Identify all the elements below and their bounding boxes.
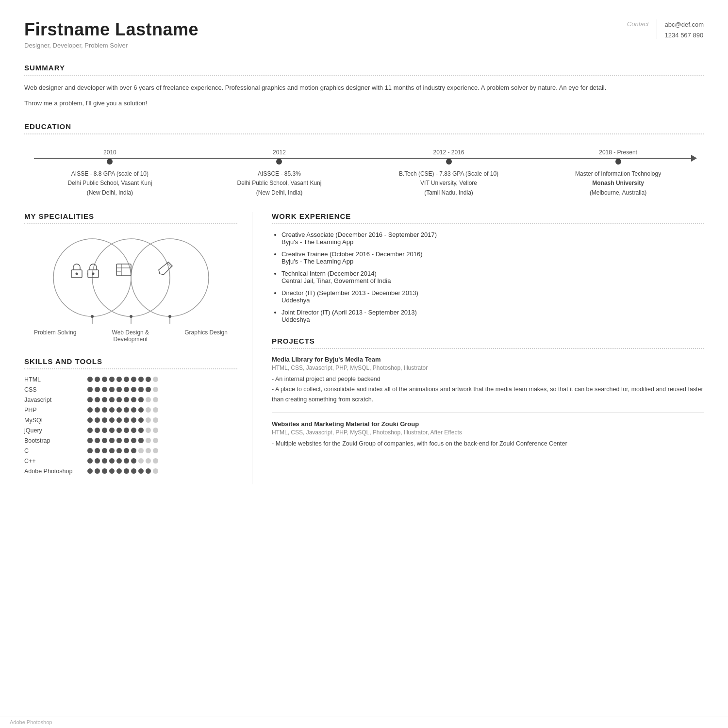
summary-section: SUMMARY Web designer and developer with … — [24, 64, 704, 109]
timeline-edu-4: Master of Information TechnologyMonash U… — [575, 169, 661, 198]
dot-filled — [131, 387, 136, 392]
timeline-dot-1 — [107, 159, 113, 165]
skills-list: HTMLCSSJavascriptPHPMySQLjQueryBootstrap… — [24, 376, 237, 475]
footer: Adobe Photoshop — [0, 716, 728, 728]
education-section: EDUCATION 2010 AISSE - 8.8 GPA (scale of… — [24, 122, 704, 198]
dot-filled — [102, 468, 107, 474]
dot-filled — [87, 387, 93, 392]
work-item: Joint Director (IT) (April 2013 - Septem… — [281, 309, 704, 323]
dot-filled — [102, 407, 107, 413]
left-column: MY SPECIALITIES — [24, 212, 252, 484]
dot-filled — [131, 448, 136, 453]
dot-filled — [109, 417, 115, 423]
timeline-dot-3 — [446, 159, 452, 165]
dot-empty — [153, 377, 158, 382]
projects-list: Media Library for Byju's Media TeamHTML,… — [272, 356, 704, 456]
skill-name: HTML — [24, 376, 87, 383]
dot-filled — [138, 397, 144, 402]
work-item: Creative Associate (December 2016 - Sept… — [281, 231, 704, 246]
dot-filled — [95, 458, 100, 463]
skill-row: CSS — [24, 386, 237, 393]
dot-filled — [87, 397, 93, 402]
dot-filled — [124, 468, 129, 474]
dot-filled — [109, 458, 115, 463]
dot-filled — [124, 407, 129, 413]
dot-empty — [153, 417, 158, 423]
skill-dots — [87, 387, 158, 392]
main-content: MY SPECIALITIES — [24, 212, 704, 484]
footer-label: Adobe Photoshop — [10, 719, 52, 725]
projects-title: PROJECTS — [272, 337, 704, 345]
summary-text2: Throw me a problem, I'll give you a solu… — [24, 98, 704, 109]
summary-title: SUMMARY — [24, 64, 704, 72]
dot-filled — [131, 428, 136, 433]
work-section: WORK EXPERIENCE Creative Associate (Dece… — [272, 212, 704, 323]
project-item: Websites and Marketing Material for Zouk… — [272, 420, 704, 456]
full-name: Firstname Lastname — [24, 19, 199, 40]
dot-filled — [87, 458, 93, 463]
skill-row: Adobe Photoshop — [24, 468, 237, 475]
timeline-dot-4 — [615, 159, 621, 165]
skill-name: C++ — [24, 458, 87, 464]
dot-filled — [102, 438, 107, 443]
education-title: EDUCATION — [24, 122, 704, 131]
dot-filled — [109, 428, 115, 433]
timeline-item-3: 2012 - 2016 B.Tech (CSE) - 7.83 GPA (Sca… — [373, 149, 525, 198]
timeline: 2010 AISSE - 8.8 GPA (scale of 10)Delhi … — [24, 149, 704, 198]
skills-title: SKILLS AND TOOLS — [24, 357, 237, 365]
skill-name: PHP — [24, 407, 87, 414]
header-subtitle: Designer, Developer, Problem Solver — [24, 42, 199, 49]
skills-divider — [24, 368, 237, 369]
work-item-company: Byju's - The Learning App — [281, 238, 704, 246]
dot-filled — [138, 387, 144, 392]
specialities-section: MY SPECIALITIES — [24, 212, 237, 343]
dot-filled — [95, 407, 100, 413]
dot-empty — [146, 458, 151, 463]
dot-filled — [138, 428, 144, 433]
timeline-dot-2 — [276, 159, 282, 165]
dot-filled — [109, 377, 115, 382]
specialities-divider — [24, 223, 237, 224]
dot-filled — [95, 468, 100, 474]
summary-divider — [24, 75, 704, 76]
dot-filled — [87, 468, 93, 474]
dot-filled — [124, 397, 129, 402]
dot-filled — [87, 448, 93, 453]
timeline-year-4: 2018 - Present — [599, 149, 637, 156]
timeline-item-1: 2010 AISSE - 8.8 GPA (scale of 10)Delhi … — [34, 149, 186, 198]
specialities-title: MY SPECIALITIES — [24, 212, 237, 220]
dot-filled — [116, 438, 122, 443]
speciality-label-2: Web Design &Development — [112, 329, 149, 343]
contact-info: abc@def.com 1234 567 890 — [665, 19, 704, 41]
dot-empty — [153, 397, 158, 402]
dot-filled — [124, 428, 129, 433]
skill-dots — [87, 448, 158, 453]
education-divider — [24, 133, 704, 134]
dot-filled — [102, 387, 107, 392]
dot-empty — [153, 438, 158, 443]
svg-point-4 — [75, 272, 78, 275]
dot-filled — [131, 438, 136, 443]
venn-labels: Problem Solving Web Design &Development … — [24, 329, 237, 343]
skill-dots — [87, 417, 158, 423]
work-item: Technical Intern (December 2014)Central … — [281, 270, 704, 284]
dot-filled — [116, 417, 122, 423]
dot-filled — [116, 377, 122, 382]
dot-filled — [109, 387, 115, 392]
contact-email: abc@def.com — [665, 19, 704, 30]
skill-row: PHP — [24, 407, 237, 414]
summary-text1: Web designer and developer with over 6 y… — [24, 83, 704, 93]
project-tech: HTML, CSS, Javascript, PHP, MySQL, Photo… — [272, 364, 704, 371]
dot-filled — [95, 448, 100, 453]
dot-filled — [95, 438, 100, 443]
contact-phone: 1234 567 890 — [665, 30, 704, 41]
projects-divider — [272, 348, 704, 349]
skill-row: MySQL — [24, 417, 237, 424]
dot-filled — [116, 387, 122, 392]
skill-dots — [87, 407, 158, 413]
work-title: WORK EXPERIENCE — [272, 212, 704, 220]
dot-filled — [124, 417, 129, 423]
skill-dots — [87, 377, 158, 382]
work-list: Creative Associate (December 2016 - Sept… — [272, 231, 704, 323]
project-tech: HTML, CSS, Javascript, PHP, MySQL, Photo… — [272, 429, 704, 436]
